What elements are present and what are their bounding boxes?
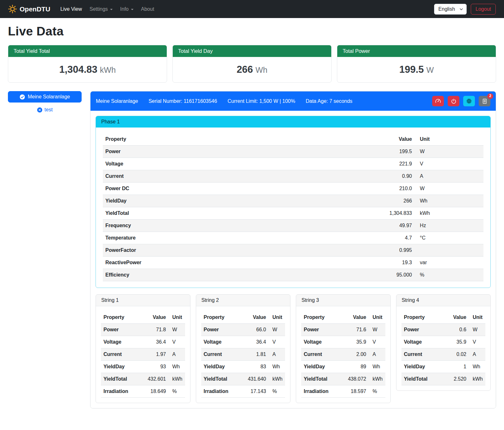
- value-cell: 36.4: [240, 336, 269, 348]
- value-cell: 49.97: [259, 220, 415, 232]
- unit-cell: V: [414, 158, 483, 170]
- unit-cell: Wh: [269, 361, 285, 373]
- value-cell: 2.00: [340, 348, 369, 361]
- sidebar-item-label: Meine Solaranlage: [28, 94, 70, 100]
- unit-cell: A: [469, 348, 485, 361]
- property-cell: YieldTotal: [103, 207, 259, 220]
- property-cell: Frequency: [103, 220, 259, 232]
- table-row: Voltage35.9V: [401, 336, 486, 348]
- table-row: Irradiation18.597%: [301, 385, 385, 398]
- string-card: String 2PropertyValueUnitPower66.0WVolta…: [196, 294, 291, 403]
- top-navbar: OpenDTU Live View Settings Info About En…: [0, 0, 504, 18]
- table-row: YieldTotal1,304.833kWh: [103, 207, 483, 220]
- strings-row: String 1PropertyValueUnitPower71.8WVolta…: [96, 294, 491, 403]
- value-cell: 83: [240, 361, 269, 373]
- card-value: 199.5: [399, 64, 424, 75]
- table-row: Efficiency95.000%: [103, 269, 483, 281]
- inverter-list: Meine Solaranlage test: [8, 91, 82, 113]
- unit-cell: V: [269, 336, 285, 348]
- card-title: Total Yield Total: [8, 45, 167, 57]
- table-row: Power0.6W: [401, 324, 486, 336]
- summary-cards: Total Yield Total 1,304.83kWh Total Yiel…: [8, 45, 496, 83]
- property-cell: Voltage: [103, 158, 259, 170]
- unit-cell: Wh: [414, 195, 483, 207]
- unit-cell: A: [369, 348, 385, 361]
- power-toggle-button[interactable]: [448, 96, 459, 106]
- value-cell: 95.000: [259, 269, 415, 281]
- property-cell: YieldTotal: [101, 373, 140, 385]
- sidebar-item-test[interactable]: test: [8, 107, 82, 113]
- card-value: 266: [237, 64, 253, 75]
- unit-cell: V: [469, 336, 485, 348]
- value-header: Value: [440, 311, 469, 324]
- property-cell: Irradiation: [201, 385, 240, 398]
- value-cell: 18.649: [140, 385, 168, 398]
- sidebar-item-meine-solaranlage[interactable]: Meine Solaranlage: [8, 91, 82, 103]
- property-cell: YieldTotal: [201, 373, 240, 385]
- string-card: String 4PropertyValueUnitPower0.6WVoltag…: [396, 294, 491, 391]
- navbar-left: OpenDTU Live View Settings Info About: [8, 4, 158, 15]
- unit-cell: Wh: [169, 361, 185, 373]
- table-row: Current1.97A: [101, 348, 185, 361]
- string-table: PropertyValueUnitPower66.0WVoltage36.4VC…: [201, 311, 285, 398]
- phase-title: Phase 1: [96, 116, 490, 128]
- card-unit: kWh: [100, 65, 116, 74]
- unit-cell: %: [414, 269, 483, 281]
- nav-settings[interactable]: Settings: [86, 4, 116, 15]
- value-cell: 431.640: [240, 373, 269, 385]
- property-cell: YieldDay: [101, 361, 140, 373]
- nav-info[interactable]: Info: [116, 4, 137, 15]
- property-cell: Power: [401, 324, 440, 336]
- property-cell: Irradiation: [301, 385, 340, 398]
- phase-body: PropertyValueUnitPower199.5WVoltage221.9…: [96, 128, 490, 288]
- logout-button[interactable]: Logout: [471, 4, 496, 15]
- unit-cell: %: [169, 385, 185, 398]
- nav-settings-label: Settings: [90, 6, 108, 12]
- table-row: YieldDay1Wh: [401, 361, 486, 373]
- page-title: Live Data: [8, 24, 496, 38]
- value-cell: 18.597: [340, 385, 369, 398]
- value-cell: 1,304.833: [259, 207, 415, 220]
- table-header-row: PropertyValueUnit: [103, 133, 483, 146]
- table-row: Power199.5W: [103, 146, 483, 158]
- string-card-title: String 2: [196, 295, 290, 306]
- inverter-panel-body: Phase 1 PropertyValueUnitPower199.5WVolt…: [90, 111, 496, 408]
- language-select[interactable]: English: [434, 4, 467, 15]
- property-header: Property: [101, 311, 140, 324]
- value-cell: 0.6: [440, 324, 469, 336]
- card-body: 199.5W: [337, 57, 496, 82]
- limit-settings-button[interactable]: [432, 96, 444, 106]
- table-row: Power66.0W: [201, 324, 285, 336]
- unit-cell: A: [269, 348, 285, 361]
- string-card: String 1PropertyValueUnitPower71.8WVolta…: [96, 294, 190, 403]
- event-log-button[interactable]: 2: [479, 96, 490, 106]
- inverter-panel-header: Meine Solaranlage Serial Number: 1161716…: [90, 91, 496, 111]
- value-cell: 0.02: [440, 348, 469, 361]
- cpu-icon: [466, 98, 472, 104]
- table-row: YieldTotal432.601kWh: [101, 373, 185, 385]
- nav-about[interactable]: About: [137, 4, 158, 15]
- unit-cell: kWh: [269, 373, 285, 385]
- table-row: YieldTotal438.072kWh: [301, 373, 385, 385]
- unit-cell: A: [414, 170, 483, 183]
- table-row: Current2.00A: [301, 348, 385, 361]
- brand-link[interactable]: OpenDTU: [8, 5, 50, 13]
- unit-cell: kWh: [169, 373, 185, 385]
- value-cell: 432.601: [140, 373, 168, 385]
- unit-cell: W: [269, 324, 285, 336]
- device-info-button[interactable]: [463, 96, 475, 106]
- property-cell: Current: [301, 348, 340, 361]
- table-row: PowerFactor0.995: [103, 244, 483, 257]
- card-unit: Wh: [256, 65, 268, 74]
- value-cell: 71.8: [140, 324, 168, 336]
- table-row: ReactivePower19.3var: [103, 257, 483, 269]
- nav-live-view[interactable]: Live View: [57, 4, 86, 15]
- navbar-right: English Logout: [434, 4, 496, 15]
- property-cell: YieldDay: [401, 361, 440, 373]
- string-table: PropertyValueUnitPower71.8WVoltage36.4VC…: [101, 311, 185, 398]
- chevron-down-icon: [131, 9, 134, 10]
- unit-header: Unit: [169, 311, 185, 324]
- sun-icon: [8, 5, 17, 13]
- value-header: Value: [340, 311, 369, 324]
- table-header-row: PropertyValueUnit: [201, 311, 285, 324]
